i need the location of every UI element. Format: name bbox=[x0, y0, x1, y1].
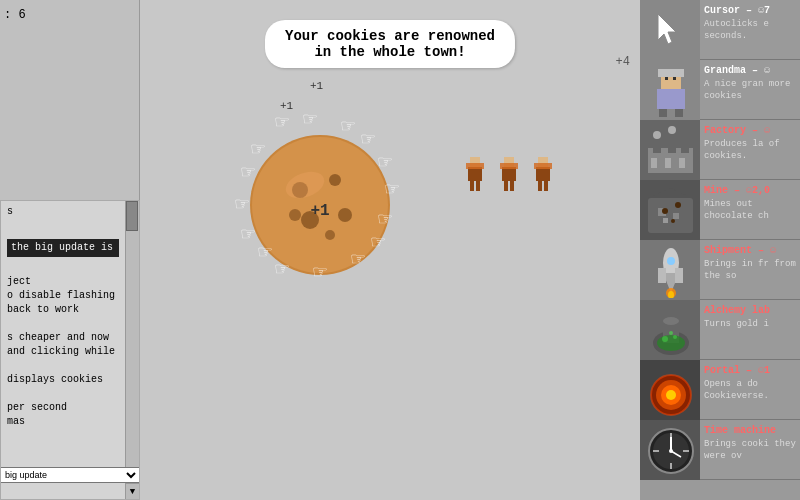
svg-point-64 bbox=[675, 202, 681, 208]
cursor-item-text: Cursor – ☺7 Autoclicks e seconds. bbox=[700, 0, 800, 59]
grandma-sprite-3 bbox=[528, 155, 558, 203]
cookie-container[interactable]: +1 +1 ☞ ☞ ☞ ☞ ☞ bbox=[220, 100, 420, 300]
svg-text:☞: ☞ bbox=[234, 194, 250, 214]
svg-point-57 bbox=[668, 126, 676, 134]
shipment-item-text: Shipment – ☺ Brings in fr from the so bbox=[700, 240, 800, 299]
news-line-7: displays cookies bbox=[7, 373, 119, 387]
svg-point-83 bbox=[666, 390, 676, 400]
news-select[interactable]: big update bbox=[0, 467, 140, 483]
svg-text:☞: ☞ bbox=[360, 129, 376, 149]
news-highlight: the big update is bbox=[7, 239, 119, 257]
svg-rect-51 bbox=[668, 133, 676, 153]
shop-item-grandma[interactable]: Grandma – ☺ A nice gran more cookies bbox=[640, 60, 800, 120]
svg-text:☞: ☞ bbox=[274, 259, 290, 279]
notification-bubble: Your cookies are renowned in the whole t… bbox=[265, 20, 515, 68]
svg-rect-45 bbox=[659, 109, 667, 117]
shop-item-portal[interactable]: Portal – ☺1 Opens a do Cookieverse. bbox=[640, 360, 800, 420]
svg-point-5 bbox=[338, 208, 352, 222]
grandma-item-desc: A nice gran more cookies bbox=[704, 79, 796, 102]
news-panel: s the big update is ject o disable flash… bbox=[0, 200, 140, 500]
svg-rect-27 bbox=[468, 167, 482, 181]
count-value: : 6 bbox=[4, 8, 26, 22]
svg-text:☞: ☞ bbox=[257, 242, 273, 262]
svg-marker-41 bbox=[658, 14, 676, 44]
svg-point-93 bbox=[669, 449, 673, 453]
cookie-svg[interactable]: ☞ ☞ ☞ ☞ ☞ ☞ ☞ ☞ ☞ ☞ ☞ ☞ ☞ ☞ ☞ ☞ +1 bbox=[220, 100, 420, 300]
svg-rect-68 bbox=[658, 268, 666, 283]
scrollbar-down-arrow[interactable]: ▼ bbox=[126, 483, 139, 499]
svg-point-77 bbox=[662, 336, 668, 342]
svg-rect-43 bbox=[658, 69, 684, 77]
svg-point-65 bbox=[671, 219, 675, 223]
svg-text:☞: ☞ bbox=[384, 179, 400, 199]
svg-rect-53 bbox=[651, 158, 657, 168]
svg-rect-37 bbox=[536, 167, 550, 181]
svg-rect-50 bbox=[653, 138, 661, 153]
news-line-2: ject bbox=[7, 275, 119, 289]
portal-item-img bbox=[640, 360, 700, 420]
mine-item-img bbox=[640, 180, 700, 240]
svg-rect-89 bbox=[653, 450, 659, 452]
svg-rect-52 bbox=[681, 141, 689, 153]
shop-item-factory[interactable]: Factory – ☺ Produces la of cookies. bbox=[640, 120, 800, 180]
news-line-4: back to work bbox=[7, 303, 119, 317]
svg-rect-29 bbox=[470, 181, 474, 191]
factory-item-img bbox=[640, 120, 700, 180]
svg-text:☞: ☞ bbox=[350, 249, 366, 269]
svg-text:☞: ☞ bbox=[250, 139, 266, 159]
news-line-6: and clicking while bbox=[7, 345, 119, 359]
svg-point-6 bbox=[325, 230, 335, 240]
grandma-item-text: Grandma – ☺ A nice gran more cookies bbox=[700, 60, 800, 119]
svg-rect-33 bbox=[500, 163, 518, 169]
shop-item-mine[interactable]: Mine – ☺2,0 Mines out chocolate ch bbox=[640, 180, 800, 240]
shop-item-shipment[interactable]: Shipment – ☺ Brings in fr from the so bbox=[640, 240, 800, 300]
svg-rect-46 bbox=[675, 109, 683, 117]
shop-panel: Cursor – ☺7 Autoclicks e seconds. Grandm… bbox=[640, 0, 800, 500]
svg-rect-55 bbox=[679, 158, 685, 168]
svg-rect-61 bbox=[673, 213, 679, 219]
shop-item-timemachine[interactable]: Time machine Brings cooki they were ov bbox=[640, 420, 800, 480]
click-indicator-1: +1 bbox=[310, 80, 323, 92]
shipment-item-name: Shipment – ☺ bbox=[704, 244, 796, 257]
scrollbar-thumb[interactable] bbox=[126, 201, 138, 231]
svg-rect-88 bbox=[670, 463, 672, 469]
svg-rect-30 bbox=[476, 181, 480, 191]
svg-rect-62 bbox=[663, 218, 668, 223]
news-scrollbar[interactable]: ▼ big update bbox=[125, 201, 139, 499]
svg-text:☞: ☞ bbox=[312, 262, 328, 282]
factory-item-text: Factory – ☺ Produces la of cookies. bbox=[700, 120, 800, 179]
svg-point-3 bbox=[329, 174, 341, 186]
timemachine-item-img bbox=[640, 420, 700, 480]
mine-item-desc: Mines out chocolate ch bbox=[704, 199, 796, 222]
news-line-5: s cheaper and now bbox=[7, 331, 119, 345]
mine-item-text: Mine – ☺2,0 Mines out chocolate ch bbox=[700, 180, 800, 239]
plus-four-indicator: +4 bbox=[616, 55, 630, 69]
shop-item-cursor[interactable]: Cursor – ☺7 Autoclicks e seconds. bbox=[640, 0, 800, 60]
svg-point-63 bbox=[662, 208, 668, 214]
news-line-8: per second bbox=[7, 401, 119, 415]
news-highlight-text: the big update is bbox=[11, 242, 113, 253]
mine-item-name: Mine – ☺2,0 bbox=[704, 184, 796, 197]
svg-text:+1: +1 bbox=[310, 202, 329, 220]
cursor-item-desc: Autoclicks e seconds. bbox=[704, 19, 796, 42]
shop-item-alchemy[interactable]: Alchemy lab Turns gold i bbox=[640, 300, 800, 360]
svg-rect-48 bbox=[673, 77, 676, 80]
alchemy-item-text: Alchemy lab Turns gold i bbox=[700, 300, 800, 359]
svg-rect-32 bbox=[502, 167, 516, 181]
svg-rect-44 bbox=[657, 89, 685, 109]
svg-rect-54 bbox=[665, 158, 671, 168]
svg-rect-38 bbox=[534, 163, 552, 169]
news-line-1: s bbox=[7, 205, 119, 219]
svg-point-78 bbox=[673, 335, 677, 339]
factory-item-name: Factory – ☺ bbox=[704, 124, 796, 137]
timemachine-item-name: Time machine bbox=[704, 424, 796, 437]
svg-text:☞: ☞ bbox=[370, 232, 386, 252]
plus-four-value: +4 bbox=[616, 55, 630, 69]
svg-text:☞: ☞ bbox=[240, 162, 256, 182]
svg-text:☞: ☞ bbox=[240, 224, 256, 244]
svg-text:☞: ☞ bbox=[340, 116, 356, 136]
svg-rect-34 bbox=[504, 181, 508, 191]
svg-marker-59 bbox=[648, 188, 693, 198]
svg-rect-58 bbox=[648, 198, 693, 233]
timemachine-item-text: Time machine Brings cooki they were ov bbox=[700, 420, 800, 479]
